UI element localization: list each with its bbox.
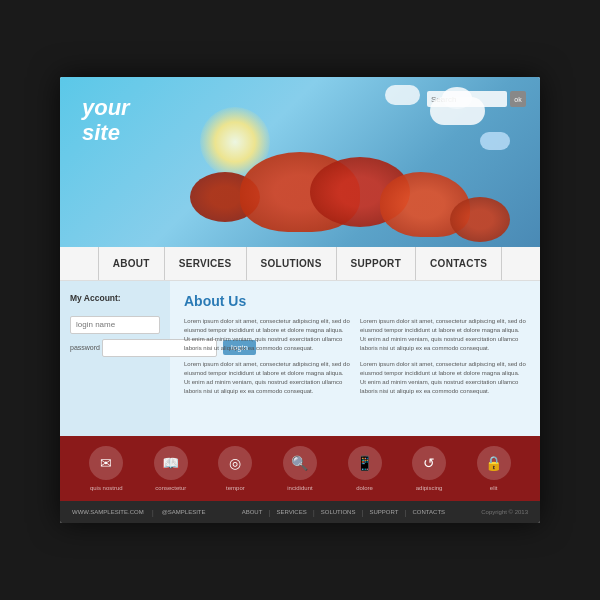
lorem-text-3: Lorem ipsum dolor sit amet, consectetur … (360, 317, 526, 353)
footer-copyright: Copyright © 2013 (481, 509, 528, 515)
nav-item-solutions[interactable]: SOLUTIONS (247, 247, 337, 280)
footer-social[interactable]: @SAMPLESITE (162, 509, 206, 515)
nav-item-services[interactable]: SERVICES (165, 247, 247, 280)
tree-cloud-5 (450, 197, 510, 242)
nav-item-about[interactable]: ABOUT (98, 247, 165, 280)
footer-site-url[interactable]: WWW.SAMPLESITE.COM (72, 509, 144, 515)
cloud-1 (430, 97, 485, 125)
icon-label-5: adipiscing (416, 485, 443, 491)
nav-item-support[interactable]: SUPPORT (337, 247, 416, 280)
book-icon: 📖 (154, 446, 188, 480)
cloud-3 (480, 132, 510, 150)
website-mockup: your site ok ABOUT SERVICES SOLUTIONS SU… (60, 77, 540, 523)
icons-bar: ✉ quis nostrud 📖 consectetur ◎ tempor 🔍 … (60, 436, 540, 501)
login-name-input[interactable] (70, 316, 160, 334)
cloud-2 (385, 85, 420, 105)
hero-section: your site ok (60, 77, 540, 247)
icon-item-2[interactable]: ◎ tempor (218, 446, 252, 491)
icon-label-3: incididunt (287, 485, 312, 491)
nav-item-contacts[interactable]: CONTACTS (416, 247, 502, 280)
lorem-text-1: Lorem ipsum dolor sit amet, consectetur … (184, 317, 350, 353)
icon-label-1: consectetur (155, 485, 186, 491)
icon-item-5[interactable]: ↺ adipiscing (412, 446, 446, 491)
footer-link-about[interactable]: ABOUT (242, 509, 263, 515)
search-icon: 🔍 (283, 446, 317, 480)
refresh-icon: ↺ (412, 446, 446, 480)
content-col-left: Lorem ipsum dolor sit amet, consectetur … (184, 317, 350, 403)
footer-link-contacts[interactable]: CONTACTS (413, 509, 446, 515)
icon-item-1[interactable]: 📖 consectetur (154, 446, 188, 491)
password-row: password login (70, 339, 160, 357)
icon-item-4[interactable]: 📱 dolore (348, 446, 382, 491)
main-nav: ABOUT SERVICES SOLUTIONS SUPPORT CONTACT… (60, 247, 540, 281)
icon-item-6[interactable]: 🔒 elit (477, 446, 511, 491)
icon-item-0[interactable]: ✉ quis nostrud (89, 446, 123, 491)
footer-link-services[interactable]: SERVICES (276, 509, 306, 515)
sidebar: My Account: password login (60, 281, 170, 436)
icon-label-4: dolore (356, 485, 373, 491)
icon-label-0: quis nostrud (90, 485, 123, 491)
content-area: My Account: password login About Us Lore… (60, 281, 540, 436)
sidebar-title: My Account: (70, 293, 160, 303)
mobile-icon: 📱 (348, 446, 382, 480)
icon-label-2: tempor (226, 485, 245, 491)
content-columns: Lorem ipsum dolor sit amet, consectetur … (184, 317, 526, 403)
lock-icon: 🔒 (477, 446, 511, 480)
footer-link-solutions[interactable]: SOLUTIONS (321, 509, 356, 515)
bottom-footer: WWW.SAMPLESITE.COM | @SAMPLESITE ABOUT |… (60, 501, 540, 523)
lorem-text-2: Lorem ipsum dolor sit amet, consectetur … (184, 360, 350, 396)
search-button[interactable]: ok (510, 91, 526, 107)
password-label: password (70, 344, 98, 351)
site-logo[interactable]: your site (82, 95, 130, 146)
icon-item-3[interactable]: 🔍 incididunt (283, 446, 317, 491)
target-icon: ◎ (218, 446, 252, 480)
footer-links: ABOUT | SERVICES | SOLUTIONS | SUPPORT |… (242, 508, 445, 517)
icon-label-6: elit (490, 485, 498, 491)
lorem-text-4: Lorem ipsum dolor sit amet, consectetur … (360, 360, 526, 396)
section-title: About Us (184, 293, 526, 309)
footer-link-support[interactable]: SUPPORT (370, 509, 399, 515)
main-content: About Us Lorem ipsum dolor sit amet, con… (170, 281, 540, 436)
mail-icon: ✉ (89, 446, 123, 480)
content-col-right: Lorem ipsum dolor sit amet, consectetur … (360, 317, 526, 403)
